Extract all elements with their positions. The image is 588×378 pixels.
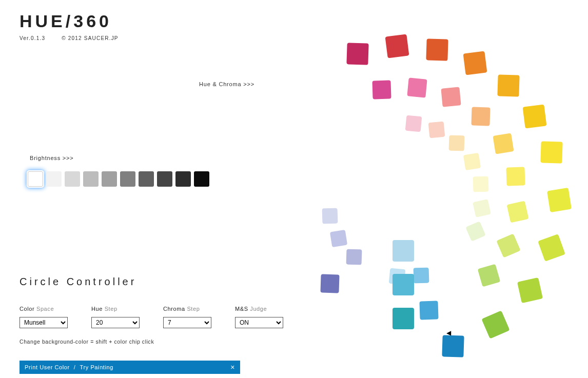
- chroma-step-select[interactable]: 7: [163, 317, 211, 328]
- color-chip[interactable]: [493, 133, 514, 154]
- color-chip[interactable]: [407, 78, 427, 98]
- color-chip[interactable]: [373, 80, 391, 99]
- color-chip[interactable]: [473, 199, 491, 217]
- control-label-sub: Step: [187, 306, 200, 312]
- close-icon[interactable]: ×: [230, 363, 235, 371]
- try-painting-link[interactable]: Try Painting: [80, 364, 113, 370]
- brightness-chip[interactable]: [28, 171, 43, 187]
- brightness-chip[interactable]: [139, 171, 154, 187]
- chroma-step-control: Chroma Step 7: [163, 306, 211, 328]
- color-chip[interactable]: [506, 167, 525, 186]
- app-logo: HUE/360: [19, 11, 119, 31]
- brightness-label: Brightness >>>: [30, 155, 74, 161]
- color-chip[interactable]: [320, 274, 339, 293]
- color-chip[interactable]: [428, 122, 445, 138]
- brightness-chip[interactable]: [102, 171, 117, 187]
- color-chip[interactable]: [426, 38, 448, 61]
- color-chip[interactable]: [330, 230, 347, 247]
- footer-bar: Print User Color / Try Painting ×: [19, 361, 240, 374]
- ms-judge-control: M&S Judge ON: [235, 306, 283, 328]
- color-chip[interactable]: [442, 335, 464, 357]
- color-chip[interactable]: [347, 43, 369, 65]
- separator: /: [74, 364, 76, 370]
- color-space-control: Color Space Munsell: [19, 306, 68, 328]
- color-chip[interactable]: [472, 107, 491, 126]
- color-chip[interactable]: [497, 74, 519, 96]
- color-chip[interactable]: [506, 201, 528, 223]
- brightness-chip[interactable]: [175, 171, 191, 187]
- hint-text: Change background-color = shift + color …: [19, 339, 154, 345]
- color-chip[interactable]: [522, 104, 546, 128]
- picked-color-chip[interactable]: [393, 240, 414, 262]
- color-chip[interactable]: [547, 188, 572, 212]
- version-text: Ver.0.1.3: [19, 35, 45, 41]
- color-chip[interactable]: [517, 277, 543, 303]
- color-chip[interactable]: [322, 208, 338, 224]
- color-chip[interactable]: [496, 234, 520, 258]
- color-chip[interactable]: [419, 301, 438, 320]
- color-chip[interactable]: [473, 176, 488, 192]
- color-chip[interactable]: [482, 310, 510, 339]
- brightness-chip[interactable]: [157, 171, 172, 187]
- control-label: Hue: [91, 306, 103, 312]
- section-title: Circle Controller: [19, 276, 136, 288]
- hue-step-control: Hue Step 20: [91, 306, 140, 328]
- brightness-row: [28, 171, 209, 187]
- color-chip[interactable]: [463, 153, 481, 170]
- color-chip[interactable]: [449, 135, 465, 151]
- brightness-chip[interactable]: [120, 171, 135, 187]
- picked-colors-column: [393, 240, 414, 329]
- color-space-select[interactable]: Munsell: [19, 317, 68, 328]
- picked-color-chip[interactable]: [393, 274, 414, 295]
- control-label: Chroma: [163, 306, 185, 312]
- copyright-text: © 2012 SAUCER.JP: [62, 35, 119, 41]
- brightness-chip[interactable]: [194, 171, 209, 187]
- hue-step-select[interactable]: 20: [91, 317, 140, 328]
- control-label-sub: Space: [36, 306, 54, 312]
- color-chip[interactable]: [463, 51, 487, 75]
- color-chip[interactable]: [478, 264, 501, 287]
- print-user-color-link[interactable]: Print User Color: [25, 364, 70, 370]
- version-line: Ver.0.1.3 © 2012 SAUCER.JP: [19, 35, 119, 41]
- control-label-sub: Judge: [250, 306, 267, 312]
- color-chip[interactable]: [385, 34, 409, 58]
- controls-row: Color Space Munsell Hue Step 20 Chroma S…: [19, 306, 283, 328]
- color-chip[interactable]: [346, 249, 362, 265]
- brightness-chip[interactable]: [65, 171, 80, 187]
- control-label: M&S: [235, 306, 248, 312]
- color-chip[interactable]: [414, 267, 429, 283]
- color-chip[interactable]: [538, 234, 565, 262]
- color-chip[interactable]: [405, 115, 422, 132]
- control-label-sub: Step: [105, 306, 117, 312]
- brightness-chip[interactable]: [83, 171, 99, 187]
- picked-color-chip[interactable]: [393, 308, 414, 329]
- color-chip[interactable]: [465, 221, 485, 241]
- brightness-chip[interactable]: [46, 171, 62, 187]
- color-chip[interactable]: [441, 87, 461, 107]
- control-label: Color: [19, 306, 34, 312]
- color-chip[interactable]: [541, 142, 563, 164]
- hue-chroma-label: Hue & Chroma >>>: [199, 81, 254, 87]
- ms-judge-select[interactable]: ON: [235, 317, 283, 328]
